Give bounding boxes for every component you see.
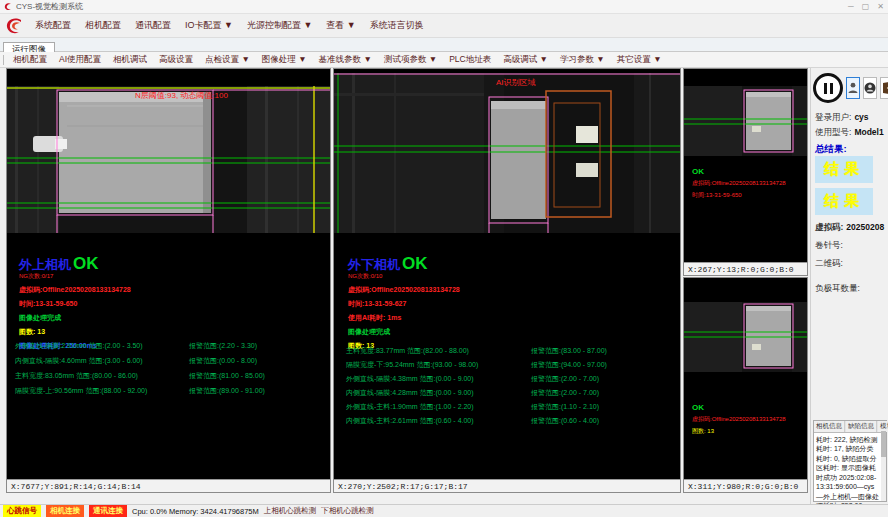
- close-icon[interactable]: ✕: [877, 2, 884, 11]
- aux-top-image: [684, 86, 807, 156]
- info-log-text: 耗时: 222, 缺陷检测耗时: 17, 缺陷分类耗时: 0, 缺陷提取分区耗时…: [814, 433, 886, 513]
- tool-advanced-debug[interactable]: 高级调试 ▼: [497, 52, 554, 68]
- title-bar: CYS-视觉检测系统 ─ ▢ ✕: [0, 0, 888, 14]
- measurement-text: 隔膜宽度-上:90.56mm 范围:(88.00 - 92.00): [15, 386, 147, 396]
- tab-strip: 运行图像: [0, 38, 888, 52]
- exit-door-icon: [882, 82, 888, 94]
- total-result-label: 总结果:: [815, 143, 847, 156]
- ai-region-overlay-text: AI识别区域: [496, 78, 536, 87]
- measurement-alarm: 报警范围:(89.00 - 91.00): [189, 386, 265, 396]
- info-log-box: 相机信息 缺陷信息 模块信息 耗时: 222, 缺陷检测耗时: 17, 缺陷分类…: [813, 420, 887, 502]
- menu-io-config[interactable]: IO卡配置 ▼: [178, 16, 240, 35]
- qr-code-label: 二维码:: [815, 258, 843, 270]
- control-panel: 登录用户: cys 使用型号: Model1 总结果: 结果 结果 虚拟码: 2…: [810, 68, 888, 505]
- info-scrollbar[interactable]: [881, 431, 886, 501]
- frame-count-text: 图数: 13: [692, 427, 786, 436]
- tool-camera-debug[interactable]: 相机调试: [107, 52, 153, 68]
- login-user-value: cys: [854, 112, 868, 122]
- result-ok: OK: [692, 403, 786, 412]
- cursor-coords-status: X:267;Y:13;R:0;G:0;B:0: [684, 262, 807, 275]
- result-badge-upper: 结果: [815, 156, 873, 183]
- measurement-text: 主料宽度:83.05mm 范围:(80.00 - 86.00): [15, 371, 138, 381]
- user-login-button[interactable]: [846, 77, 860, 99]
- tool-plc-address-table[interactable]: PLC地址表: [443, 52, 497, 68]
- virtual-code-value: 20250208: [846, 222, 884, 232]
- measurement-alarm: 报警范围:(0.60 - 4.00): [531, 416, 599, 426]
- tool-camera-config[interactable]: 相机配置: [7, 52, 53, 68]
- result-badge-lower: 结果: [815, 188, 873, 215]
- virtual-code-text: 虚拟码:Offline20250208133134728: [692, 179, 786, 188]
- tool-learning-params[interactable]: 学习参数 ▼: [554, 52, 611, 68]
- app-icon: [4, 3, 12, 11]
- virtual-code-text: 虚拟码:Offline20250208133134728: [348, 285, 460, 295]
- app-window: CYS-视觉检测系统 ─ ▢ ✕ 系统配置 相机配置 通讯配置 IO卡配置 ▼ …: [0, 0, 888, 517]
- pause-button[interactable]: [813, 73, 843, 103]
- measurement-alarm: 报警范围:(1.10 - 2.10): [531, 402, 599, 412]
- tool-test-params[interactable]: 测试项参数 ▼: [378, 52, 443, 68]
- exit-button[interactable]: [880, 77, 888, 99]
- menu-bar: 系统配置 相机配置 通讯配置 IO卡配置 ▼ 光源控制配置 ▼ 查看 ▼ 系统语…: [0, 14, 888, 38]
- process-done-text: 图像处理完成: [19, 313, 131, 323]
- cpu-memory-text: Cpu: 0.0% Memory: 3424.41796875M: [132, 507, 259, 516]
- process-done-text: 图像处理完成: [348, 327, 460, 337]
- viewport-upper-camera[interactable]: N层阈值:93, 动态阈值:100 外上相机 OK NG次数:0/17 虚拟码:…: [6, 68, 331, 493]
- time-text: 时间:13-31-59-627: [348, 299, 460, 309]
- time-text: 时间:13-31-59-650: [19, 299, 131, 309]
- pin-number-row: 卷针号:: [815, 240, 843, 252]
- viewport-lower-camera[interactable]: AI识别区域 外下相机 OK NG次数:0/10 虚拟码:Offline2025…: [333, 68, 681, 493]
- menu-view[interactable]: 查看 ▼: [319, 16, 362, 35]
- pin-number-label: 卷针号:: [815, 240, 843, 252]
- menu-comm-config[interactable]: 通讯配置: [128, 16, 178, 35]
- measurement-alarm: 报警范围:(2.00 - 7.00): [531, 374, 599, 384]
- heartbeat-signal-badge: 心跳信号: [3, 505, 41, 517]
- qr-code-row: 二维码:: [815, 258, 843, 270]
- measurement-text: 主料宽度:83.77mm 范围:(82.00 - 88.00): [346, 346, 469, 356]
- status-bar: 心跳信号 相机连接 通讯连接 Cpu: 0.0% Memory: 3424.41…: [0, 504, 888, 517]
- menu-light-config[interactable]: 光源控制配置 ▼: [240, 16, 319, 35]
- virtual-code-label: 虚拟码:: [815, 222, 843, 234]
- menu-language-switch[interactable]: 系统语言切换: [363, 16, 431, 35]
- minimize-icon[interactable]: ─: [848, 2, 854, 11]
- brand-logo-icon: [4, 16, 24, 36]
- model-value: Model1: [854, 127, 883, 137]
- ng-count-text: NG次数:0/10: [348, 272, 460, 281]
- result-ok: OK: [73, 255, 99, 272]
- info-tab-camera[interactable]: 相机信息: [814, 421, 845, 432]
- upper-camera-heartbeat-text: 上相机心跳检测: [264, 506, 317, 516]
- measurement-alarm: 报警范围:(81.00 - 85.00): [189, 371, 265, 381]
- tool-spot-check[interactable]: 点检设置 ▼: [199, 52, 256, 68]
- tool-image-processing[interactable]: 图像处理 ▼: [256, 52, 313, 68]
- viewport-aux-top[interactable]: OK 虚拟码:Offline20250208133134728 时间:13-31…: [683, 68, 808, 276]
- info-scrollbar-thumb[interactable]: [881, 431, 886, 457]
- measurement-alarm: 报警范围:(94.00 - 97.00): [531, 360, 607, 370]
- camera-info-lines: NG次数:0/10 虚拟码:Offline20250208133134728 时…: [348, 272, 460, 351]
- tool-advanced-settings[interactable]: 高级设置: [153, 52, 199, 68]
- login-user-row: 登录用户: cys: [815, 112, 869, 124]
- measurement-alarm: 报警范围:(83.00 - 87.00): [531, 346, 607, 356]
- tool-other-settings[interactable]: 其它设置 ▼: [611, 52, 668, 68]
- ng-count-text: NG次数:0/17: [19, 272, 131, 281]
- measurement-text: 外侧直线-隔膜:4.38mm 范围:(0.00 - 9.00): [346, 374, 474, 384]
- toolbar: 相机配置 AI使用配置 相机调试 高级设置 点检设置 ▼ 图像处理 ▼ 基准线参…: [0, 52, 888, 68]
- info-tab-defect[interactable]: 缺陷信息: [846, 421, 877, 432]
- measurement-text: 外侧直线-隔膜:2.91mm 范围:(2.00 - 3.50): [15, 341, 143, 351]
- user-manage-button[interactable]: [863, 77, 877, 99]
- viewport-aux-bottom[interactable]: OK 虚拟码:Offline20250208133134728 图数: 13 X…: [683, 277, 808, 493]
- maximize-icon[interactable]: ▢: [862, 2, 870, 11]
- measurement-text: 内侧直线-隔膜:4.60mm 范围:(3.00 - 6.00): [15, 356, 143, 366]
- measurement-text: 内侧直线-隔膜:4.28mm 范围:(0.00 - 9.00): [346, 388, 474, 398]
- tab-count-label: 负极耳数量:: [815, 283, 860, 295]
- comm-connection-badge: 通讯连接: [89, 505, 127, 517]
- virtual-code-row: 虚拟码: 20250208: [815, 222, 884, 234]
- menu-camera-config[interactable]: 相机配置: [78, 16, 128, 35]
- lower-camera-image: AI识别区域: [334, 73, 680, 233]
- measurement-text: 外侧直线-主料:1.90mm 范围:(1.00 - 2.20): [346, 402, 474, 412]
- control-buttons: [813, 73, 888, 103]
- aux-bottom-image: [684, 302, 807, 372]
- tool-ai-usage-config[interactable]: AI使用配置: [53, 52, 107, 68]
- tool-baseline-params[interactable]: 基准线参数 ▼: [313, 52, 378, 68]
- measurement-text: 隔膜宽度-下:95.24mm 范围:(93.00 - 98.00): [346, 360, 478, 370]
- camera-info-lines: NG次数:0/17 虚拟码:Offline20250208133134728 时…: [19, 272, 131, 351]
- tab-count-row: 负极耳数量:: [815, 283, 860, 295]
- menu-system-config[interactable]: 系统配置: [28, 16, 78, 35]
